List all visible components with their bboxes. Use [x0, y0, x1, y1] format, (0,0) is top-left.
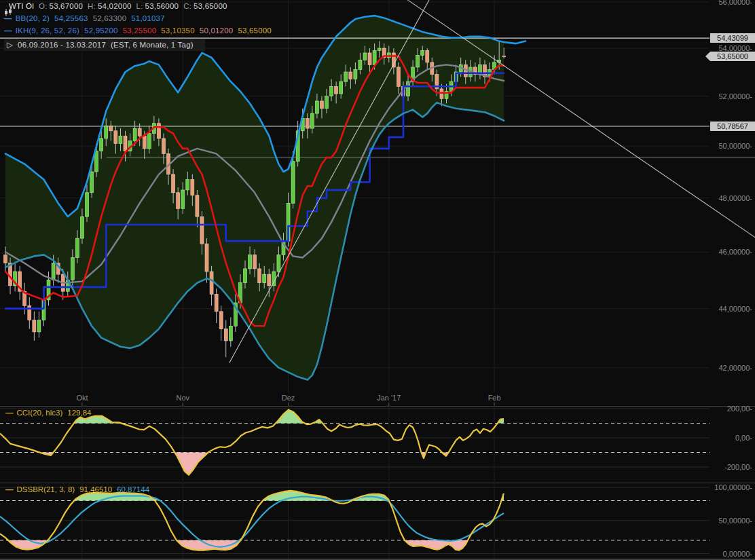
bb-upper-value: 54,25563	[54, 14, 88, 22]
low-label: L:	[136, 2, 143, 10]
range-meta: (EST, 6 Monate, 1 Tag)	[111, 41, 194, 49]
panel-axis-label: 0,00000-	[723, 550, 753, 558]
ikh-indicator-header[interactable]: —IKH(9, 26, 52, 26)52,9520053,2550053,10…	[4, 26, 276, 35]
open-value: 53,67000	[50, 2, 84, 10]
panel-axis-label: 0,00-	[735, 434, 752, 442]
cci-header[interactable]: —CCI(20, hlc3)129,84	[5, 409, 96, 417]
svg-text:48,00000-: 48,00000-	[718, 194, 752, 202]
cci-indicator-panel[interactable]: 200,00-0,00--200,00-	[0, 406, 755, 483]
ikh-kijun-value: 52,95200	[84, 26, 118, 35]
panel-axis-label: 50,00000-	[718, 517, 752, 525]
svg-text:44,00000-: 44,00000-	[718, 305, 752, 313]
svg-text:Jan '17: Jan '17	[377, 394, 401, 402]
high-label: H:	[88, 2, 96, 10]
high-value: 54,02000	[98, 2, 132, 10]
panel-grid	[0, 406, 710, 483]
panel-axis-label: 200,00-	[727, 406, 753, 413]
bb-middle-value: 52,63300	[93, 14, 127, 22]
open-label: O:	[39, 2, 48, 10]
svg-text:Okt: Okt	[76, 394, 88, 402]
dssbr-indicator-panel[interactable]: 100,00000-50,00000-0,00000-	[0, 483, 755, 560]
price-badge-support: 50,78567	[710, 122, 755, 131]
ikh-chikou-value: 53,65000	[238, 26, 272, 35]
svg-text:46,00000-: 46,00000-	[718, 248, 752, 256]
bb-label: BB(20, 2)	[16, 14, 50, 22]
price-badge-high: 54,43099	[710, 33, 755, 43]
bb-legend-icon: —	[4, 14, 12, 22]
ikh-senkou-b-value: 50,01200	[200, 26, 234, 35]
svg-text:Dez: Dez	[282, 394, 295, 402]
main-price-chart[interactable]: 56,00000-54,00000-52,00000-50,00000-48,0…	[0, 0, 755, 406]
ikh-senkou-a-value: 53,10350	[161, 26, 195, 35]
close-label: C:	[183, 2, 191, 10]
time-axis-labels: OktNovDezJan '17Feb	[76, 394, 500, 406]
date-range: 06.09.2016 - 13.03.2017	[18, 41, 106, 49]
dssbr-signal-value: 60,87144	[117, 485, 149, 493]
cci-value: 129,84	[67, 409, 91, 417]
trendline-1	[407, 0, 755, 238]
dssbr-label: DSSBR(21, 3, 8)	[17, 485, 75, 493]
ikh-legend-icon: —	[4, 26, 12, 35]
low-value: 53,56000	[145, 2, 179, 10]
date-range-bar[interactable]: ▷︎06.09.2016 - 13.03.2017(EST, 6 Monate,…	[4, 39, 205, 51]
ikh-label: IKH(9, 26, 52, 26)	[16, 26, 79, 35]
cci-label: CCI(20, hlc3)	[17, 409, 63, 417]
panel-axis-label: -200,00-	[724, 463, 752, 471]
panel-axis-label: 100,00000-	[714, 483, 752, 491]
dssbr-signal-line	[0, 496, 504, 547]
overbought-fill	[276, 410, 305, 424]
dssbr-main-value: 91,46510	[79, 485, 112, 493]
bb-indicator-header[interactable]: —BB(20, 2)54,2556352,6330051,01037	[4, 14, 170, 22]
dssbr-legend-icon: —	[5, 485, 14, 493]
svg-text:50,00000-: 50,00000-	[718, 142, 752, 150]
svg-text:52,00000-: 52,00000-	[718, 92, 752, 100]
close-value: 53,65000	[194, 2, 227, 10]
bb-lower-value: 51,01037	[131, 14, 165, 22]
dssbr-header[interactable]: —DSSBR(21, 3, 8)91,4651060,87144	[5, 485, 154, 493]
ikh-tenkan-value: 53,25500	[123, 26, 157, 35]
svg-text:42,00000-: 42,00000-	[718, 364, 752, 372]
trading-chart-app: { "header": { "instrument": "WTI Öl", "o…	[0, 0, 755, 560]
svg-text:Feb: Feb	[488, 394, 501, 402]
cci-line	[0, 410, 504, 475]
last-price-badge: 53,65000	[710, 52, 755, 61]
svg-text:56,00000-: 56,00000-	[718, 0, 752, 6]
svg-text:Nov: Nov	[176, 394, 189, 402]
instrument-header: WTI ÖlO:53,67000H:54,02000L:53,56000C:53…	[4, 2, 232, 10]
clock-icon: ▷︎	[7, 40, 13, 50]
cci-legend-icon: —	[5, 409, 14, 417]
